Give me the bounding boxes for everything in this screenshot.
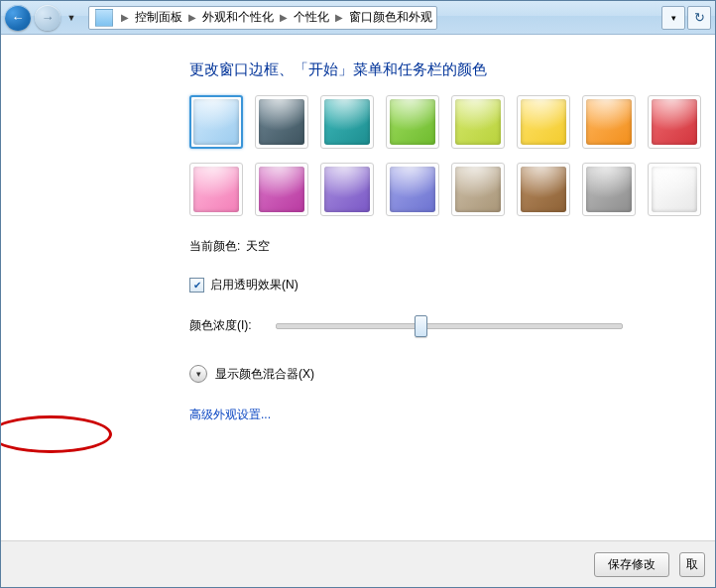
breadcrumb-dropdown[interactable]: ▾ [661, 6, 685, 30]
chevron-right-icon: ▶ [276, 12, 292, 23]
color-swatch-sun[interactable] [517, 95, 570, 149]
advanced-appearance-link-wrap: 高级外观设置... [189, 407, 271, 423]
current-color-value: 天空 [246, 238, 270, 255]
color-swatch-slate[interactable] [582, 163, 636, 216]
color-swatch-leaf[interactable] [386, 95, 439, 149]
dialog-footer: 保存修改 取 [1, 540, 715, 587]
window: ← → ▼ ▶ 控制面板 ▶ 外观和个性化 ▶ 个性化 ▶ 窗口颜色和外观 ▾ … [0, 0, 716, 588]
color-swatch-frost[interactable] [648, 163, 701, 216]
color-swatch-violet[interactable] [320, 163, 374, 216]
chevron-right-icon: ▶ [184, 12, 200, 23]
swatch-fill [193, 167, 239, 212]
swatch-fill [586, 167, 632, 212]
swatch-fill [390, 167, 435, 212]
swatch-fill [652, 99, 697, 145]
swatch-fill [324, 99, 370, 145]
breadcrumb-item[interactable]: 外观和个性化 [200, 9, 276, 26]
color-mixer-expander[interactable]: ▾ 显示颜色混合器(X) [189, 365, 715, 383]
swatch-fill [652, 167, 697, 212]
color-swatch-pumpkin[interactable] [582, 95, 636, 149]
breadcrumb-item[interactable]: 窗口颜色和外观 [347, 9, 434, 26]
chevron-right-icon: ▶ [331, 12, 347, 23]
cancel-button[interactable]: 取 [679, 552, 705, 577]
page-title: 更改窗口边框、「开始」菜单和任务栏的颜色 [189, 60, 715, 79]
color-swatch-sky[interactable] [189, 95, 243, 149]
transparency-row: ✔ 启用透明效果(N) [189, 277, 715, 294]
color-swatch-chocolate[interactable] [517, 163, 570, 216]
swatch-fill [259, 167, 304, 212]
intensity-label: 颜色浓度(I): [189, 317, 252, 334]
nav-forward-button[interactable]: → [35, 5, 60, 31]
chevron-down-icon: ▼ [67, 13, 76, 23]
intensity-slider[interactable] [276, 315, 623, 335]
slider-thumb[interactable] [415, 315, 427, 337]
swatch-fill [324, 167, 370, 212]
swatch-fill [521, 167, 566, 212]
swatch-row [189, 95, 715, 149]
nav-back-button[interactable]: ← [5, 5, 31, 31]
color-swatch-grid [189, 95, 715, 216]
transparency-checkbox[interactable]: ✔ [189, 278, 204, 293]
color-mixer-label: 显示颜色混合器(X) [215, 366, 314, 383]
swatch-row [189, 163, 715, 216]
color-swatch-lavender[interactable] [386, 163, 439, 216]
chevron-right-icon: ▶ [117, 12, 133, 23]
breadcrumb-item[interactable]: 个性化 [292, 9, 331, 26]
color-swatch-lime[interactable] [451, 95, 505, 149]
color-swatch-teal[interactable] [320, 95, 374, 149]
current-color-row: 当前颜色: 天空 [189, 238, 715, 255]
annotation-ellipse [0, 415, 112, 453]
swatch-fill [455, 99, 501, 145]
arrow-left-icon: ← [12, 10, 25, 25]
nav-history-dropdown[interactable]: ▼ [64, 7, 78, 29]
breadcrumb-item[interactable]: 控制面板 [133, 9, 184, 26]
color-swatch-taupe[interactable] [451, 163, 505, 216]
color-swatch-pink[interactable] [189, 163, 243, 216]
transparency-label: 启用透明效果(N) [210, 277, 298, 294]
chevron-down-icon: ▾ [189, 365, 207, 383]
swatch-fill [259, 99, 304, 145]
color-swatch-fuchsia[interactable] [255, 163, 308, 216]
arrow-right-icon: → [42, 10, 55, 25]
control-panel-icon [95, 9, 113, 27]
swatch-fill [521, 99, 566, 145]
current-color-label: 当前颜色: [189, 238, 240, 255]
save-button[interactable]: 保存修改 [594, 552, 669, 577]
color-swatch-graphite[interactable] [255, 95, 308, 149]
refresh-icon: ↻ [694, 10, 705, 25]
swatch-fill [390, 99, 435, 145]
intensity-row: 颜色浓度(I): [189, 315, 715, 335]
advanced-appearance-link[interactable]: 高级外观设置... [189, 408, 271, 421]
navbar: ← → ▼ ▶ 控制面板 ▶ 外观和个性化 ▶ 个性化 ▶ 窗口颜色和外观 ▾ … [1, 1, 715, 35]
refresh-button[interactable]: ↻ [687, 6, 711, 30]
content-area: 更改窗口边框、「开始」菜单和任务栏的颜色 当前颜色: 天空 ✔ 启用透明效果(N… [1, 35, 715, 539]
chevron-down-icon: ▾ [671, 13, 676, 23]
swatch-fill [586, 99, 632, 145]
slider-track [276, 323, 623, 329]
breadcrumb[interactable]: ▶ 控制面板 ▶ 外观和个性化 ▶ 个性化 ▶ 窗口颜色和外观 [88, 6, 437, 30]
swatch-fill [455, 167, 501, 212]
color-swatch-ruby[interactable] [648, 95, 701, 149]
swatch-fill [193, 99, 239, 145]
